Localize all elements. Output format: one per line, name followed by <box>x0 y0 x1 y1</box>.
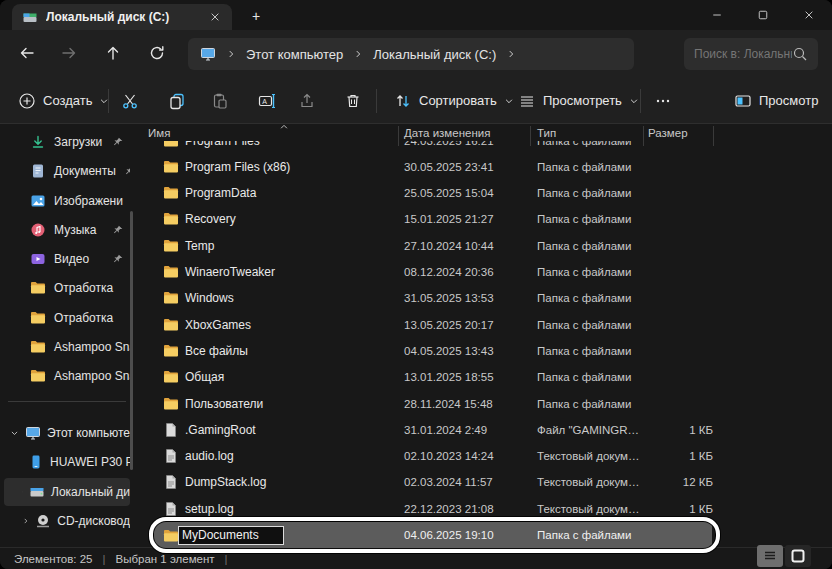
view-button[interactable]: Просмотреть <box>512 78 645 123</box>
table-row[interactable]: WinaeroTweaker08.12.2024 20:36Папка с фа… <box>133 259 832 285</box>
file-type: Текстовый докум… <box>537 443 640 469</box>
table-row[interactable]: setup.log22.12.2023 21:08Текстовый докум… <box>133 496 832 522</box>
sort-button[interactable]: Сортировать <box>388 78 520 123</box>
delete-button[interactable] <box>338 86 368 116</box>
details-view-button[interactable] <box>757 545 783 567</box>
table-row[interactable]: Windows31.05.2025 13:53Папка с файлами <box>133 285 832 311</box>
maximize-button[interactable] <box>740 0 786 30</box>
table-row[interactable]: Temp27.10.2024 10:44Папка с файлами <box>133 233 832 259</box>
table-row[interactable]: Все файлы04.05.2025 13:43Папка с файлами <box>133 338 832 364</box>
sidebar-item-music[interactable]: Музыка <box>4 216 130 244</box>
table-row[interactable]: ProgramData25.05.2025 15:04Папка с файла… <box>133 180 832 206</box>
rename-input[interactable] <box>178 526 284 545</box>
thumbnail-view-button[interactable] <box>785 545 811 567</box>
file-type: Папка с файлами <box>537 259 631 285</box>
folder-icon <box>30 310 46 326</box>
file-type: Папка с файлами <box>537 391 631 417</box>
cut-button[interactable] <box>115 86 145 116</box>
sidebar-item-huawei-phone[interactable]: HUAWEI P30 P <box>4 448 130 476</box>
sidebar-item-label: Отработка <box>54 281 113 295</box>
sidebar-item-cd-drive[interactable]: CD-дисковод <box>4 507 130 535</box>
new-tab-button[interactable]: + <box>244 7 268 25</box>
table-row[interactable]: audio.log02.10.2023 14:24Текстовый докум… <box>133 443 832 469</box>
file-type: Папка с файлами <box>537 233 631 259</box>
column-header-name[interactable]: Имя <box>148 125 170 141</box>
table-row[interactable]: Program Files (x86)30.05.2025 23:41Папка… <box>133 154 832 180</box>
file-name: setup.log <box>185 496 234 522</box>
minimize-button[interactable] <box>694 0 740 30</box>
create-button[interactable]: Создать <box>12 78 115 123</box>
view-lines-icon <box>518 92 536 110</box>
file-name: Temp <box>185 233 214 259</box>
rename-button[interactable] <box>252 86 282 116</box>
file-date: 22.12.2023 21:08 <box>404 496 494 522</box>
chevron-right-icon[interactable] <box>506 49 516 59</box>
column-divider[interactable] <box>398 126 399 146</box>
navigation-bar: Этот компьютер Локальный диск (C:) <box>0 30 832 78</box>
column-divider[interactable] <box>530 126 531 146</box>
table-row[interactable]: Общая13.01.2025 18:55Папка с файлами <box>133 364 832 390</box>
table-row[interactable]: Пользователи28.11.2024 15:48Папка с файл… <box>133 391 832 417</box>
sidebar-item-documents[interactable]: Документы <box>4 157 130 185</box>
search-input[interactable] <box>694 47 792 61</box>
sidebar-item-this-pc[interactable]: Этот компьюте <box>4 419 130 447</box>
file-size: 1 КБ <box>633 417 713 443</box>
refresh-button[interactable] <box>148 44 170 66</box>
chevron-right-icon[interactable] <box>22 487 23 497</box>
file-list: Имя Дата изменения Тип Размер Program Fi… <box>133 124 832 569</box>
sidebar-item-pictures[interactable]: Изображени <box>4 187 130 215</box>
chevron-right-icon[interactable] <box>22 516 29 526</box>
table-row[interactable]: DumpStack.log02.03.2024 11:57Текстовый д… <box>133 469 832 495</box>
sidebar-item-folder[interactable]: Ashampoo Snap <box>4 333 130 361</box>
chevron-right-icon[interactable] <box>353 49 363 59</box>
tab-local-disk[interactable]: Локальный диск (C:) <box>12 4 232 30</box>
folder-icon <box>163 264 179 280</box>
file-date: 08.12.2024 20:36 <box>404 259 494 285</box>
download-icon <box>30 134 46 150</box>
column-divider[interactable] <box>713 126 714 146</box>
column-header-date[interactable]: Дата изменения <box>404 125 490 141</box>
address-bar[interactable]: Этот компьютер Локальный диск (C:) <box>188 38 634 70</box>
forward-button[interactable] <box>60 44 82 66</box>
sidebar-item-label: Ashampoo Snap <box>54 340 130 354</box>
more-options-button[interactable] <box>648 86 678 116</box>
up-button[interactable] <box>104 44 126 66</box>
sidebar-item-local-disk[interactable]: Локальный ди <box>4 478 130 506</box>
sidebar-item-folder[interactable]: Ashampoo Snap <box>4 362 130 390</box>
text-file-icon <box>163 501 179 517</box>
sidebar-item-downloads[interactable]: Загрузки <box>4 128 130 156</box>
close-button[interactable] <box>786 0 832 30</box>
file-type: Папка с файлами <box>537 180 631 206</box>
selection-status: Выбран 1 элемент <box>115 553 214 565</box>
file-name: Program Files (x86) <box>185 154 290 180</box>
table-row[interactable]: XboxGames13.05.2025 20:17Папка с файлами <box>133 312 832 338</box>
copy-button[interactable] <box>162 86 192 116</box>
sidebar-item-folder[interactable]: Отработка <box>4 304 130 332</box>
search-box[interactable] <box>684 38 818 70</box>
chevron-down-icon[interactable] <box>10 428 19 438</box>
folder-icon <box>163 317 179 333</box>
tab-close-button[interactable] <box>206 8 224 26</box>
chevron-right-icon[interactable] <box>226 49 236 59</box>
file-date: 30.05.2025 23:41 <box>404 154 494 180</box>
titlebar: Локальный диск (C:) + <box>0 0 832 30</box>
command-bar: Создать Сортировать Просмотреть Просмотр <box>0 78 832 124</box>
column-divider[interactable] <box>643 126 644 146</box>
column-header-size[interactable]: Размер <box>648 125 688 141</box>
share-button[interactable] <box>293 86 323 116</box>
sidebar-item-label: HUAWEI P30 P <box>50 455 130 469</box>
file-date: 04.06.2025 19:10 <box>404 522 494 548</box>
column-header-type[interactable]: Тип <box>537 125 556 141</box>
paste-button[interactable] <box>205 86 235 116</box>
selected-row-mydocuments[interactable]: 04.06.2025 19:10 Папка с файлами <box>154 522 712 549</box>
sidebar-item-folder[interactable]: Отработка <box>4 274 130 302</box>
table-row[interactable]: .GamingRoot31.01.2024 2:49Файл "GAMINGR…… <box>133 417 832 443</box>
preview-pane-button[interactable]: Просмотр <box>728 78 824 123</box>
file-name: .GamingRoot <box>185 417 256 443</box>
table-row[interactable]: Recovery15.01.2025 21:27Папка с файлами <box>133 206 832 232</box>
back-button[interactable] <box>18 44 40 66</box>
breadcrumb-this-pc[interactable]: Этот компьютер <box>246 47 343 62</box>
file-date: 04.05.2025 13:43 <box>404 338 494 364</box>
sidebar-item-videos[interactable]: Видео <box>4 245 130 273</box>
breadcrumb-local-disk[interactable]: Локальный диск (C:) <box>373 47 496 62</box>
